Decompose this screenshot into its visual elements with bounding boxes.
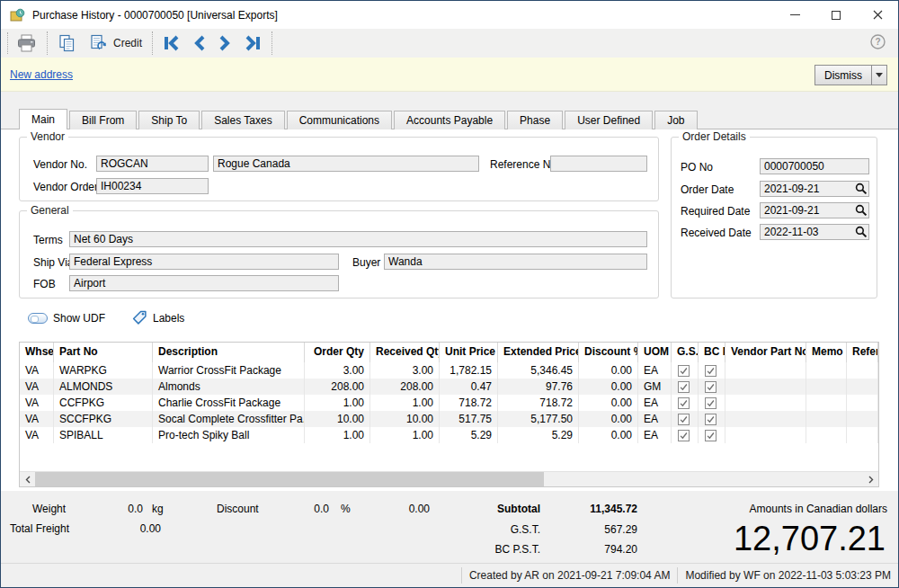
column-header-whse[interactable]: Whse	[20, 343, 54, 362]
bc-pst-checkbox[interactable]	[705, 381, 717, 393]
cell-uom: EA	[638, 362, 672, 379]
cell-description: Pro-tech Spiky Ball	[153, 427, 305, 443]
gst-checkbox[interactable]	[678, 414, 690, 425]
discount-pct-value: 0.0	[289, 503, 329, 515]
chevron-left-icon	[25, 476, 31, 484]
gst-label: G.S.T.	[432, 523, 540, 536]
reference-no-field[interactable]	[550, 156, 647, 172]
cell-memo	[806, 379, 847, 395]
gst-checkbox[interactable]	[678, 430, 690, 441]
previous-record-icon	[193, 35, 206, 51]
gst-checkbox[interactable]	[678, 381, 690, 393]
tab-sales-taxes[interactable]: Sales Taxes	[201, 111, 284, 129]
received-date-field[interactable]	[760, 224, 869, 240]
required-date-field[interactable]	[760, 202, 869, 218]
vendor-name-field[interactable]	[213, 156, 479, 172]
cell-unit-price: 1,782.15	[440, 362, 498, 379]
print-button[interactable]	[10, 31, 43, 56]
currency-note: Amounts in Canadian dollars	[750, 503, 887, 515]
table-row[interactable]: VA SPIBALL Pro-tech Spiky Ball 1.00 1.00…	[20, 427, 878, 443]
check-icon	[707, 399, 715, 407]
next-record-button[interactable]	[212, 31, 237, 56]
general-groupbox: General Terms Ship Via Buyer FOB	[19, 210, 659, 298]
column-header-description[interactable]: Description	[153, 343, 305, 362]
labels-button[interactable]: Labels	[132, 310, 184, 325]
check-icon	[707, 367, 715, 375]
order-details-legend: Order Details	[679, 130, 750, 143]
svg-text:?: ?	[875, 37, 880, 47]
chevron-right-icon	[868, 476, 874, 484]
new-address-link[interactable]: New address	[10, 68, 73, 81]
cell-reference	[847, 411, 878, 427]
modified-by-text: Modified by WF on 2022-11-03 5:03:23 PM	[678, 569, 898, 582]
column-header-unit-price[interactable]: Unit Price	[440, 343, 498, 362]
bc-pst-label: BC P.S.T.	[432, 543, 540, 556]
close-button[interactable]	[857, 1, 898, 29]
maximize-button[interactable]	[815, 1, 857, 29]
table-row[interactable]: VA WARPKG Warrior CrossFit Package 3.00 …	[20, 362, 878, 379]
order-date-field[interactable]	[760, 181, 869, 197]
scrollbar-thumb[interactable]	[35, 472, 544, 486]
credit-button[interactable]: Credit	[83, 31, 148, 56]
bc-pst-checkbox[interactable]	[705, 430, 717, 441]
cell-whse: VA	[20, 427, 54, 443]
column-header-received-qty[interactable]: Received Qty	[370, 343, 440, 362]
bc-pst-checkbox[interactable]	[705, 397, 717, 409]
cell-discount: 0.00	[579, 362, 638, 379]
tab-ship-to[interactable]: Ship To	[138, 111, 200, 129]
bc-pst-checkbox[interactable]	[705, 414, 717, 425]
table-row[interactable]: VA SCCFPKG Socal Complete Crossfitter Pa…	[20, 411, 878, 427]
weight-value: 0.0	[102, 503, 143, 515]
column-header-gst[interactable]: G.S.T	[672, 343, 699, 362]
scroll-left-button[interactable]	[20, 472, 35, 486]
vendor-no-field[interactable]	[96, 156, 209, 172]
scroll-right-button[interactable]	[863, 472, 878, 486]
dismiss-button[interactable]: Dismiss	[814, 65, 887, 85]
tab-bill-from[interactable]: Bill From	[69, 111, 137, 129]
first-record-button[interactable]	[156, 31, 187, 56]
tab-accounts-payable[interactable]: Accounts Payable	[394, 111, 505, 129]
column-header-discount[interactable]: Discount %	[579, 343, 638, 362]
cell-uom: GM	[638, 379, 672, 395]
po-no-label: PO No	[681, 161, 713, 174]
ship-via-field[interactable]	[69, 254, 339, 270]
po-no-field[interactable]	[760, 158, 869, 174]
column-header-uom[interactable]: UOM	[638, 343, 672, 362]
tab-phase[interactable]: Phase	[507, 111, 563, 129]
column-header-vendor-part-no[interactable]: Vendor Part No	[725, 343, 806, 362]
show-udf-button[interactable]: Show UDF	[28, 312, 105, 325]
copy-button[interactable]	[51, 31, 83, 56]
column-header-extended-price[interactable]: Extended Price	[498, 343, 579, 362]
last-record-button[interactable]	[237, 31, 268, 56]
cell-vendor-part-no	[725, 379, 806, 395]
vendor-order-no-field[interactable]	[96, 178, 209, 194]
gst-checkbox[interactable]	[678, 365, 690, 377]
calendar-lookup-icon[interactable]	[855, 204, 868, 217]
table-row[interactable]: VA CCFPKG Charlie CrossFit Package 1.00 …	[20, 395, 878, 411]
tab-communications[interactable]: Communications	[287, 111, 392, 129]
column-header-bc-pst[interactable]: BC P.	[699, 343, 725, 362]
column-header-part-no[interactable]: Part No	[54, 343, 153, 362]
bc-pst-checkbox[interactable]	[705, 365, 717, 377]
tab-main[interactable]: Main	[19, 109, 67, 129]
dismiss-dropdown[interactable]	[871, 66, 886, 85]
title-bar: Purchase History - 0000700050 [Universal…	[1, 1, 898, 29]
table-row[interactable]: VA ALMONDS Almonds 208.00 208.00 0.47 97…	[20, 379, 878, 395]
gst-checkbox[interactable]	[678, 397, 690, 409]
calendar-lookup-icon[interactable]	[855, 183, 868, 195]
calendar-lookup-icon[interactable]	[855, 226, 868, 238]
help-button[interactable]: ?	[870, 34, 886, 52]
previous-record-button[interactable]	[187, 31, 212, 56]
dismiss-label: Dismiss	[815, 66, 871, 85]
column-header-memo[interactable]: Memo	[806, 343, 847, 362]
tab-job[interactable]: Job	[654, 111, 697, 129]
column-header-order-qty[interactable]: Order Qty	[305, 343, 370, 362]
tab-user-defined[interactable]: User Defined	[565, 111, 653, 129]
minimize-button[interactable]	[774, 1, 815, 29]
fob-field[interactable]	[69, 275, 339, 291]
buyer-field[interactable]	[384, 254, 647, 270]
order-date-label: Order Date	[681, 183, 734, 196]
terms-field[interactable]	[69, 231, 647, 247]
horizontal-scrollbar[interactable]	[20, 471, 878, 486]
column-header-reference[interactable]: Refer	[847, 343, 878, 362]
